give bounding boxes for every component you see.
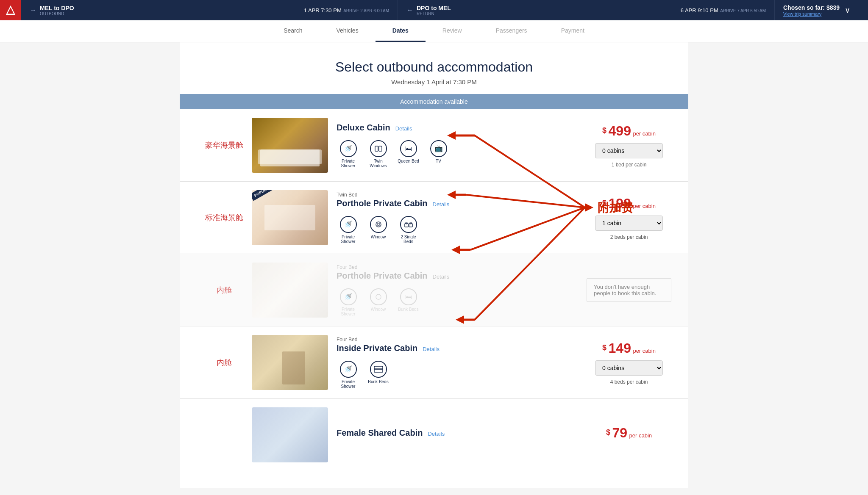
cabin-details-porthole-twin: Twin Bed Porthole Private Cabin Details … — [337, 192, 587, 244]
return-type: RETURN — [417, 11, 451, 16]
cabin-name-deluxe: Deluxe Cabin — [337, 123, 390, 133]
beds-porthole-twin: 2 beds per cabin — [587, 234, 671, 240]
logo[interactable] — [0, 0, 21, 20]
chosen-so-far[interactable]: Chosen so far: $839 View trip summary ∨ — [775, 0, 868, 20]
shower-icon-pf: 🚿 — [340, 288, 357, 305]
outbound-date: 1 APR 7:30 PM — [304, 7, 342, 14]
cabin-details-deluxe: Deluxe Cabin Details 🚿 Private Shower — [337, 123, 587, 168]
details-link-porthole-twin[interactable]: Details — [433, 201, 450, 207]
amenity-shower-pf: 🚿 Private Shower — [337, 288, 360, 316]
amenity-beds-pf: 🛏 Bunk Beds — [397, 288, 420, 316]
tab-search[interactable]: Search — [267, 20, 319, 42]
svg-point-5 — [377, 223, 380, 226]
page-subtitle: Wednesday 1 April at 7:30 PM — [188, 78, 680, 86]
amenity-shower-if: 🚿 Private Shower — [337, 361, 360, 389]
bunkbeds-icon-if — [370, 361, 387, 378]
price-amount-porthole-twin: 199 — [609, 196, 631, 211]
view-summary-link[interactable]: View trip summary — [783, 11, 840, 17]
amenity-window-pf: Window — [367, 288, 390, 316]
main-content: Select outbound accommodation Wednesday … — [180, 42, 688, 488]
tab-payment[interactable]: Payment — [544, 20, 601, 42]
chosen-chevron[interactable]: ∨ — [845, 6, 850, 15]
queenbed-icon: 🛏 — [400, 140, 417, 157]
cabin-image-porthole-four — [252, 263, 328, 318]
tab-dates[interactable]: Dates — [376, 20, 426, 42]
cabin-details-porthole-four: Four Bed Porthole Private Cabin Details … — [337, 264, 587, 316]
page-title: Select outbound accommodation — [188, 59, 680, 75]
cabin-image-inside-four — [252, 335, 328, 390]
price-per-inside-four: per cabin — [633, 348, 655, 354]
cabin-image-porthole-twin: POPULAR — [252, 190, 328, 245]
return-date: 6 APR 9:10 PM — [681, 7, 718, 14]
tab-review[interactable]: Review — [426, 20, 479, 42]
amenity-windows: Twin Windows — [367, 140, 390, 168]
cabin-select-porthole-twin[interactable]: 0 cabins 1 cabin 2 cabins — [595, 216, 663, 231]
cabin-details-female: Female Shared Cabin Details — [337, 428, 587, 442]
page-header: Select outbound accommodation Wednesday … — [180, 42, 688, 94]
amenities-deluxe: 🚿 Private Shower Twin Windows 🛏 — [337, 140, 578, 168]
svg-point-10 — [376, 294, 381, 299]
return-arrow: ← — [406, 6, 413, 14]
tab-vehicles[interactable]: Vehicles — [319, 20, 375, 42]
amenities-inside-four: 🚿 Private Shower Bunk Beds — [337, 361, 578, 389]
cabin-row-porthole-four: 内舱 Four Bed Porthole Private Cabin Detai… — [180, 254, 688, 326]
chosen-amount: Chosen so far: $839 — [783, 4, 840, 11]
chinese-label-inside-four: 内舱 — [197, 357, 252, 368]
amenity-bunkbeds-if: Bunk Beds — [367, 361, 390, 389]
cabin-pricing-female: $ 79 per cabin — [587, 425, 671, 445]
cabin-pricing-porthole-four: You don't have enough people to book thi… — [587, 278, 671, 302]
svg-rect-2 — [375, 146, 378, 151]
price-amount-inside-four: 149 — [609, 340, 631, 356]
amenity-singlebeds-pt: 2 Single Beds — [397, 216, 420, 244]
price-per-female: per cabin — [629, 432, 652, 439]
amenity-queenbed: 🛏 Queen Bed — [397, 140, 420, 168]
svg-point-4 — [376, 222, 381, 227]
details-link-female[interactable]: Details — [428, 431, 445, 437]
return-segment[interactable]: ← DPO to MEL RETURN 6 APR 9:10 PM ARRIVE… — [398, 0, 775, 20]
details-link-porthole-four: Details — [433, 274, 450, 280]
amenities-porthole-twin: 🚿 Private Shower Window — [337, 216, 578, 244]
cabin-image-deluxe — [252, 118, 328, 173]
amenities-porthole-four: 🚿 Private Shower Window 🛏 Bunk Beds — [337, 288, 578, 316]
amenity-shower: 🚿 Private Shower — [337, 140, 360, 168]
outbound-segment[interactable]: → MEL to DPO OUTBOUND 1 APR 7:30 PM ARRI… — [21, 0, 398, 20]
details-link-deluxe[interactable]: Details — [395, 125, 412, 132]
svg-rect-3 — [379, 146, 382, 151]
shower-icon-pt: 🚿 — [340, 216, 357, 233]
outbound-route: MEL to DPO — [40, 5, 74, 11]
cabin-details-inside-four: Four Bed Inside Private Cabin Details 🚿 … — [337, 337, 587, 389]
price-per-porthole-twin: per cabin — [633, 203, 655, 209]
cabin-type-porthole-twin: Twin Bed — [337, 192, 578, 198]
cabin-name-inside-four: Inside Private Cabin — [337, 343, 417, 353]
amenity-tv: 📺 TV — [427, 140, 450, 168]
chinese-label-porthole-twin: 标准海景舱 — [197, 213, 252, 223]
top-bar: → MEL to DPO OUTBOUND 1 APR 7:30 PM ARRI… — [0, 0, 868, 20]
details-link-inside-four[interactable]: Details — [423, 346, 440, 352]
tab-passengers[interactable]: Passengers — [479, 20, 544, 42]
cabin-image-female — [252, 407, 328, 462]
shower-icon-if: 🚿 — [340, 361, 357, 378]
return-route: DPO to MEL — [417, 5, 451, 11]
svg-rect-11 — [374, 366, 383, 369]
cabin-select-inside-four[interactable]: 0 cabins 1 cabin 2 cabins — [595, 360, 663, 376]
cabin-row-porthole-twin: 标准海景舱 POPULAR Twin Bed Porthole Private … — [180, 182, 688, 254]
nav-tabs: Search Vehicles Dates Review Passengers … — [0, 20, 868, 42]
accommodation-banner: Accommodation available — [180, 94, 688, 109]
windows-icon — [370, 140, 387, 157]
cabin-row-female-shared: Female Shared Cabin Details $ 79 per cab… — [180, 399, 688, 471]
price-dollar-deluxe: $ — [602, 126, 606, 134]
not-enough-message: You don't have enough people to book thi… — [587, 278, 671, 302]
price-amount-female: 79 — [612, 425, 627, 440]
shower-icon: 🚿 — [340, 140, 357, 157]
cabin-pricing-porthole-twin: $ 199 per cabin 0 cabins 1 cabin 2 cabin… — [587, 196, 671, 240]
cabin-row-inside-four: 内舱 Four Bed Inside Private Cabin Details… — [180, 326, 688, 399]
chinese-label-deluxe: 豪华海景舱 — [197, 140, 252, 150]
price-amount-deluxe: 499 — [609, 123, 631, 138]
cabin-select-deluxe[interactable]: 0 cabins 1 cabin 2 cabins — [595, 143, 663, 158]
cabin-pricing-deluxe: $ 499 per cabin 0 cabins 1 cabin 2 cabin… — [587, 123, 671, 168]
outbound-arrow: → — [30, 6, 36, 14]
cabin-pricing-inside-four: $ 149 per cabin 0 cabins 1 cabin 2 cabin… — [587, 340, 671, 385]
cabin-name-porthole-twin: Porthole Private Cabin — [337, 199, 428, 208]
outbound-arrive: ARRIVE 2 APR 6:00 AM — [343, 8, 389, 13]
cabin-row-deluxe: 豪华海景舱 Deluxe Cabin Details 🚿 Private Sho… — [180, 109, 688, 182]
